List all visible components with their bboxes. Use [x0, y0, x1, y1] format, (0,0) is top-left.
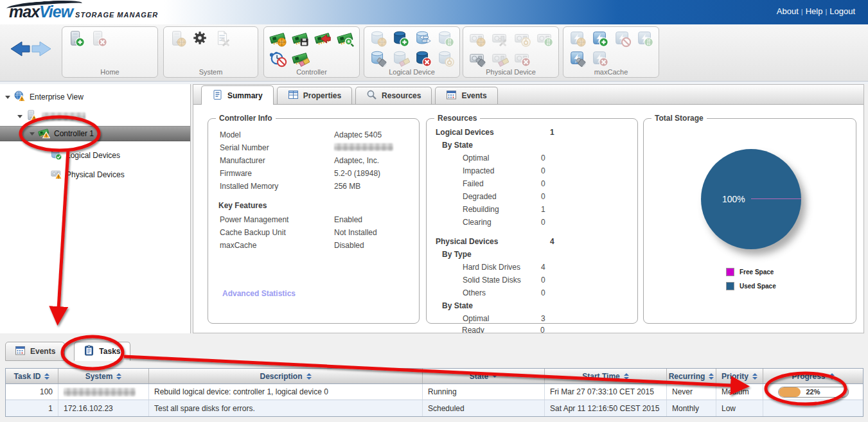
delete-system-icon[interactable] [87, 28, 110, 48]
ribbon-group-home: Home [62, 26, 158, 78]
preferences-gear-icon[interactable] [189, 28, 211, 48]
ribbon-group-label: Home [62, 68, 157, 76]
maxcache-delete-icon[interactable] [589, 48, 611, 68]
column-header-description[interactable]: Description [149, 369, 423, 383]
tab-label: Resources [382, 91, 421, 100]
tree-item-controller-1[interactable]: !Controller 1 [0, 126, 190, 141]
sort-icon [116, 373, 121, 380]
about-link[interactable]: About [777, 6, 799, 16]
logical-create-icon[interactable] [389, 28, 412, 48]
events-calendar-icon [15, 345, 26, 358]
logical-locate-icon[interactable] [367, 48, 389, 68]
tab-properties[interactable]: Properties [277, 87, 352, 104]
column-header-recurring[interactable]: Recurring [667, 369, 716, 383]
column-label: Priority [722, 372, 748, 381]
column-header-start-time[interactable]: Start Time [545, 369, 667, 383]
controller-restore-config-icon[interactable] [312, 28, 334, 48]
resources-fieldset: Resources Logical Devices1By StateOptima… [426, 118, 638, 324]
maxcache-settings-icon[interactable] [566, 28, 589, 48]
description-cell: Test all spare disks for errors. [149, 400, 423, 416]
maxcache-init-icon[interactable]: 1001 [633, 28, 656, 48]
ribbon-toolbar: HomeSystemController1001Logical Device10… [0, 24, 868, 82]
physical-settings-icon[interactable] [466, 28, 488, 48]
back-arrow-icon[interactable] [11, 42, 30, 56]
maxcache-locate-icon[interactable] [566, 48, 589, 68]
column-header-progress[interactable]: Progress [763, 369, 863, 383]
tab-tasks[interactable]: Tasks [74, 342, 130, 361]
ribbon-group-system: System [163, 26, 258, 78]
logical-migrate-icon[interactable] [412, 28, 434, 48]
column-header-system[interactable]: System [58, 369, 149, 383]
blurred-serial-number [334, 143, 393, 151]
system-settings-icon[interactable] [166, 28, 189, 48]
legend-label: Used Space [740, 283, 776, 290]
resources-row-failed: Failed0 [463, 179, 484, 189]
resources-row-solid-state-disks: Solid State Disks0 [463, 276, 521, 286]
physical-locate-icon[interactable] [466, 48, 488, 68]
logical-power-icon[interactable] [434, 48, 457, 68]
tab-label: Summary [227, 91, 263, 100]
physical-erase-icon[interactable] [488, 48, 511, 68]
physical-delete-icon[interactable] [511, 48, 533, 68]
maxcache-create-icon[interactable] [589, 28, 611, 48]
top-links: About|Help|Logout [774, 6, 858, 16]
svg-text:!: ! [33, 116, 35, 121]
tree-item-logical-devices[interactable]: Logical Devices [0, 148, 190, 163]
feature-row-power-management: Power ManagementEnabled [220, 215, 288, 225]
svg-text:!: ! [46, 134, 47, 138]
controller-settings-icon[interactable] [267, 28, 289, 48]
task-row-100[interactable]: 100Rebuild logical device: controller 1,… [6, 384, 863, 400]
physical-tools-icon[interactable] [488, 28, 511, 48]
expand-arrow-icon[interactable] [17, 115, 22, 118]
expand-arrow-icon[interactable] [5, 96, 10, 99]
expand-arrow-icon[interactable] [30, 132, 35, 136]
logical-init-icon[interactable]: 1001 [434, 28, 457, 48]
ribbon-group-maxcache: 1001maxCache [563, 26, 659, 78]
add-system-icon[interactable] [65, 28, 87, 48]
tree-item-physical-devices[interactable]: !Physical Devices [0, 167, 190, 182]
recurring-cell: Never [667, 384, 716, 400]
tree-item-system[interactable]: ! [0, 109, 190, 124]
advanced-statistics-link[interactable]: Advanced Statistics [222, 289, 296, 298]
logout-link[interactable]: Logout [829, 6, 855, 16]
tab-events[interactable]: Events [435, 87, 497, 104]
resources-row-hard-disk-drives: Hard Disk Drives4 [463, 263, 520, 273]
logical-settings-icon[interactable] [367, 28, 389, 48]
ribbon-group-label: System [164, 68, 258, 76]
total-storage-title: Total Storage [651, 114, 707, 123]
controller-erase-icon[interactable] [289, 48, 312, 68]
forward-arrow-icon[interactable] [32, 42, 51, 56]
controller-rescan-icon[interactable] [334, 28, 357, 48]
svg-text:01: 01 [447, 42, 451, 46]
legend-swatch [726, 282, 734, 290]
tab-resources[interactable]: Resources [355, 87, 432, 104]
start-time-cell: Sat Apr 11 12:16:50 CEST 2015 [545, 400, 667, 416]
physical-power-icon[interactable] [511, 28, 533, 48]
logical-delete-icon[interactable] [412, 48, 434, 68]
controller-save-config-icon[interactable] [289, 28, 312, 48]
tab-label: Events [30, 347, 55, 356]
archive-log-settings-icon[interactable] [211, 28, 234, 48]
tree-item-enterprise-view[interactable]: !Enterprise View [0, 89, 190, 105]
tab-summary[interactable]: Summary [201, 85, 274, 105]
task-row-1[interactable]: 1172.16.102.23Test all spare disks for e… [6, 400, 863, 416]
help-link[interactable]: Help [806, 6, 823, 16]
scheduler-disable-icon[interactable] [267, 48, 289, 68]
svg-text:01: 01 [646, 42, 650, 46]
controller-info-title: Controller Info [216, 114, 276, 123]
maxcache-disable-icon[interactable] [611, 28, 633, 48]
info-row-installed-memory: Installed Memory256 MB [220, 182, 278, 192]
column-label: Task ID [14, 372, 41, 381]
physical-init-icon[interactable]: 1001 [533, 28, 556, 48]
info-value: Adaptec 5405 [334, 130, 382, 139]
resources-section-logical-devices: Logical Devices1 [436, 128, 494, 138]
blurred-system-address [64, 388, 136, 396]
column-header-priority[interactable]: Priority [716, 369, 763, 383]
resources-row-clearing: Clearing0 [463, 218, 492, 228]
column-header-state[interactable]: State [423, 369, 545, 383]
column-header-task-id[interactable]: Task ID [6, 369, 58, 383]
resources-clipped-row: Ready0 [462, 326, 484, 333]
logical-erase-icon[interactable] [389, 48, 412, 68]
info-row-serial-number: Serial Number [220, 143, 269, 154]
tab-events[interactable]: Events [5, 342, 65, 361]
